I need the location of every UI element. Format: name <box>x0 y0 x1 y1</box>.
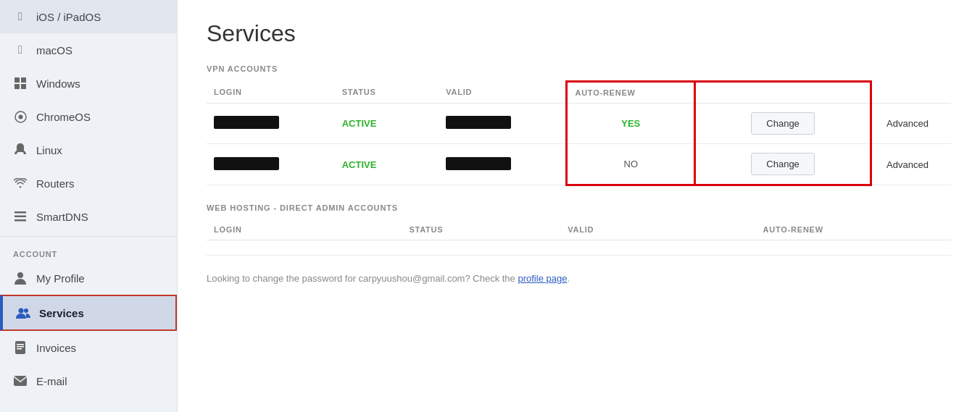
svg-point-11 <box>24 308 28 313</box>
vpn-row2-login <box>207 144 335 185</box>
vpn-row2-autorenew: NO <box>567 144 695 185</box>
apple-icon:  <box>13 9 28 24</box>
apple-icon-macos:  <box>13 43 28 57</box>
sidebar-item-chromeos[interactable]: ChromeOS <box>0 100 177 133</box>
status-active-1: ACTIVE <box>342 118 377 129</box>
vpn-row1-change: Change <box>695 104 871 144</box>
autorenew-no-2: NO <box>624 159 639 169</box>
autorenew-yes-1: YES <box>621 118 640 129</box>
svg-rect-14 <box>17 346 24 348</box>
vpn-section-label: VPN ACCOUNTS <box>207 64 951 73</box>
svg-point-10 <box>19 308 24 314</box>
sidebar-item-label-routers: Routers <box>36 177 75 190</box>
chromeos-icon <box>13 109 28 124</box>
svg-rect-1 <box>21 77 26 83</box>
svg-rect-3 <box>21 84 26 89</box>
web-hosting-section: WEB HOSTING - DIRECT ADMIN ACCOUNTS LOGI… <box>207 203 951 256</box>
vpn-col-autorenew: AUTO-RENEW <box>567 82 695 104</box>
vpn-row1-login <box>207 104 335 144</box>
sidebar-item-label-windows: Windows <box>36 77 80 90</box>
sidebar-item-label-email: E-mail <box>36 375 67 387</box>
vpn-row1-advanced: Advanced <box>871 104 951 144</box>
web-col-autorenew: AUTO-RENEW <box>756 219 951 240</box>
sidebar-item-label-chromeos: ChromeOS <box>36 111 91 123</box>
windows-icon <box>13 76 28 91</box>
svg-rect-8 <box>14 219 26 222</box>
advanced-button-2[interactable]: Advanced <box>879 154 936 175</box>
vpn-col-login: LOGIN <box>207 82 335 104</box>
vpn-row1-status: ACTIVE <box>335 104 439 144</box>
vpn-row1-valid <box>439 104 567 144</box>
svg-rect-0 <box>14 77 20 83</box>
group-icon <box>16 306 30 320</box>
main-content: Services VPN ACCOUNTS LOGIN STATUS VALID… <box>178 0 980 412</box>
sidebar-item-label-services: Services <box>39 307 84 319</box>
advanced-button-1[interactable]: Advanced <box>879 113 936 134</box>
sidebar-item-label-macos: macOS <box>36 44 72 56</box>
vpn-table: LOGIN STATUS VALID AUTO-RENEW ACTIVE YES <box>207 80 951 186</box>
web-empty-row <box>207 240 951 256</box>
vpn-col-valid: VALID <box>439 82 567 104</box>
redacted-valid-1 <box>446 116 511 129</box>
redacted-login-2 <box>214 157 279 170</box>
vpn-row-2: ACTIVE NO Change Advanced <box>207 144 951 185</box>
sidebar-item-windows[interactable]: Windows <box>0 67 177 100</box>
sidebar:  iOS / iPadOS  macOS Windows ChromeOS <box>0 0 178 412</box>
vpn-row1-autorenew: YES <box>567 104 695 144</box>
vpn-row2-change: Change <box>695 144 871 185</box>
sidebar-item-linux[interactable]: Linux <box>0 133 177 167</box>
sidebar-item-myprofile[interactable]: My Profile <box>0 261 177 295</box>
profile-page-link[interactable]: profile page <box>518 273 567 284</box>
wifi-icon <box>13 176 28 190</box>
svg-rect-13 <box>17 344 24 345</box>
vpn-row2-valid <box>439 144 567 185</box>
redacted-login-1 <box>214 116 279 129</box>
web-section-label: WEB HOSTING - DIRECT ADMIN ACCOUNTS <box>207 203 951 212</box>
sidebar-item-ios[interactable]:  iOS / iPadOS <box>0 0 177 33</box>
sidebar-item-macos[interactable]:  macOS <box>0 33 177 67</box>
web-empty-cell <box>207 240 951 256</box>
sidebar-item-label-smartdns: SmartDNS <box>36 211 88 223</box>
document-icon <box>13 340 28 355</box>
web-col-status: STATUS <box>402 219 560 240</box>
sidebar-item-invoices[interactable]: Invoices <box>0 331 177 364</box>
info-text-block: Looking to change the password for carpy… <box>207 273 951 284</box>
page-title: Services <box>207 20 951 47</box>
vpn-col-advanced <box>871 82 951 104</box>
svg-rect-6 <box>14 211 26 214</box>
svg-rect-16 <box>14 376 27 386</box>
sidebar-item-services[interactable]: Services <box>0 295 177 331</box>
vpn-col-status: STATUS <box>335 82 439 104</box>
sidebar-item-routers[interactable]: Routers <box>0 167 177 200</box>
svg-point-5 <box>18 114 22 119</box>
linux-icon <box>13 143 28 157</box>
email-icon <box>13 374 28 388</box>
smartdns-icon <box>13 209 28 224</box>
vpn-row2-advanced: Advanced <box>871 144 951 185</box>
svg-rect-15 <box>17 348 22 350</box>
sidebar-item-label-linux: Linux <box>36 144 62 156</box>
svg-point-9 <box>17 272 23 278</box>
vpn-col-actions <box>695 82 871 104</box>
account-section-header: ACCOUNT <box>0 240 177 261</box>
vpn-row2-status: ACTIVE <box>335 144 439 185</box>
sidebar-item-label-myprofile: My Profile <box>36 272 85 285</box>
vpn-row-1: ACTIVE YES Change Advanced <box>207 104 951 144</box>
info-text-before: Looking to change the password for carpy… <box>207 273 518 284</box>
info-text-after: . <box>567 273 570 284</box>
vpn-section: VPN ACCOUNTS LOGIN STATUS VALID AUTO-REN… <box>207 64 951 186</box>
svg-rect-2 <box>14 84 20 89</box>
sidebar-item-email[interactable]: E-mail <box>0 364 177 398</box>
change-button-1[interactable]: Change <box>751 112 815 135</box>
web-col-valid: VALID <box>560 219 755 240</box>
web-table: LOGIN STATUS VALID AUTO-RENEW <box>207 219 951 256</box>
change-button-2[interactable]: Change <box>751 153 815 175</box>
status-active-2: ACTIVE <box>342 159 377 170</box>
redacted-valid-2 <box>446 157 511 170</box>
sidebar-item-smartdns[interactable]: SmartDNS <box>0 200 177 233</box>
sidebar-item-label-ios: iOS / iPadOS <box>36 11 101 23</box>
web-col-login: LOGIN <box>207 219 402 240</box>
svg-rect-7 <box>14 216 26 218</box>
sidebar-divider <box>0 236 177 237</box>
person-icon <box>13 271 28 285</box>
